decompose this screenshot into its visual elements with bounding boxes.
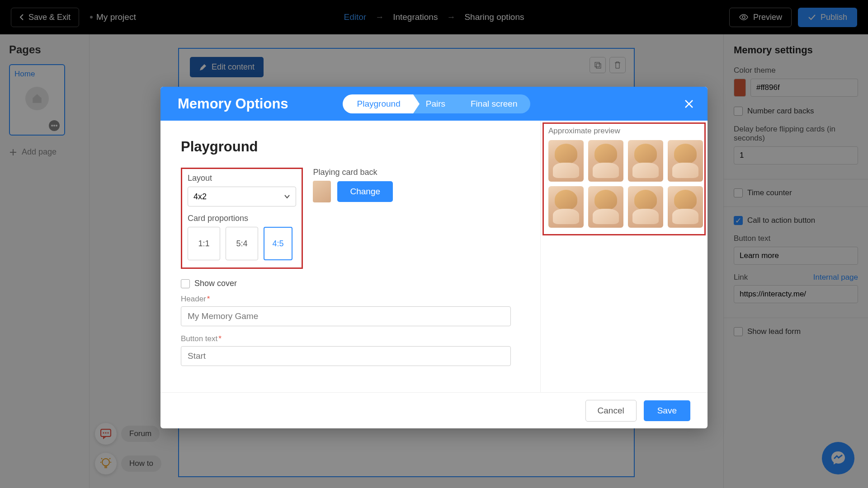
- section-title: Playground: [181, 139, 520, 155]
- layout-label: Layout: [188, 174, 296, 183]
- header-label: Header*: [181, 295, 520, 304]
- preview-card: [548, 186, 584, 228]
- preview-card: [588, 186, 623, 228]
- proportions-label: Card proportions: [188, 214, 296, 223]
- memory-options-modal: Memory Options Playground Pairs Final sc…: [160, 87, 708, 428]
- chevron-down-icon: [284, 194, 290, 199]
- header-input[interactable]: [181, 306, 511, 326]
- modal-tabs: Playground Pairs Final screen: [343, 94, 530, 113]
- layout-select[interactable]: 4x2: [188, 187, 296, 206]
- preview-card: [628, 186, 663, 228]
- layout-value: 4x2: [193, 192, 207, 202]
- proportion-1-1[interactable]: 1:1: [188, 227, 220, 260]
- cancel-button[interactable]: Cancel: [585, 400, 637, 422]
- card-back-label: Playing card back: [313, 168, 393, 177]
- tab-pairs[interactable]: Pairs: [413, 94, 458, 113]
- modal-title: Memory Options: [178, 96, 288, 112]
- modal-button-text-input[interactable]: [181, 346, 511, 366]
- preview-label: Approximate preview: [548, 127, 700, 136]
- preview-card: [588, 140, 623, 182]
- show-cover-checkbox[interactable]: [181, 279, 190, 288]
- preview-card: [628, 140, 663, 182]
- change-card-back-button[interactable]: Change: [337, 181, 393, 202]
- modal-footer: Cancel Save: [160, 392, 708, 428]
- layout-settings-highlight: Layout 4x2 Card proportions 1:1 5:4 4:5: [181, 168, 303, 269]
- preview-panel: Approximate preview: [540, 121, 708, 392]
- save-button[interactable]: Save: [644, 400, 690, 421]
- preview-card: [668, 186, 703, 228]
- card-back-thumbnail: [313, 181, 331, 202]
- show-cover-label: Show cover: [194, 279, 237, 288]
- preview-card: [668, 140, 703, 182]
- modal-header: Memory Options Playground Pairs Final sc…: [160, 87, 708, 121]
- close-icon: [684, 99, 694, 109]
- preview-grid: [548, 140, 700, 228]
- modal-button-text-label: Button text*: [181, 334, 520, 343]
- proportion-4-5[interactable]: 4:5: [264, 227, 292, 260]
- tab-playground[interactable]: Playground: [343, 94, 413, 113]
- modal-form: Playground Layout 4x2 Card proportions 1…: [160, 121, 540, 392]
- tab-final-screen[interactable]: Final screen: [458, 94, 530, 113]
- proportion-5-4[interactable]: 5:4: [226, 227, 258, 260]
- preview-card: [548, 140, 584, 182]
- preview-highlight: Approximate preview: [542, 122, 706, 235]
- close-button[interactable]: [684, 99, 694, 109]
